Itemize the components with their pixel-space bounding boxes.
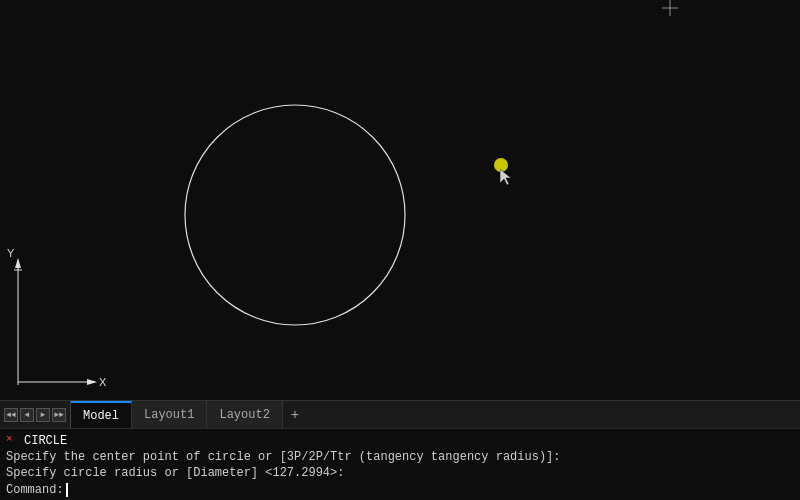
tab-nav-prev[interactable]: ◄ [20, 408, 34, 422]
canvas-area[interactable]: Y X [0, 0, 800, 400]
tab-nav-last[interactable]: ►► [52, 408, 66, 422]
svg-marker-3 [15, 258, 21, 268]
cmd-line2: Specify circle radius or [Diameter] <127… [6, 465, 794, 481]
tab-nav-first[interactable]: ◄◄ [4, 408, 18, 422]
circle-shape [185, 105, 405, 325]
tab-add-button[interactable]: + [283, 401, 307, 428]
svg-text:Y: Y [7, 247, 15, 259]
tab-nav-next[interactable]: ► [36, 408, 50, 422]
svg-marker-4 [87, 379, 97, 385]
command-input-line: Command: [6, 483, 794, 497]
tab-layout1-label: Layout1 [144, 408, 194, 422]
command-input[interactable] [66, 483, 266, 497]
command-area: × CIRCLE Specify the center point of cir… [0, 428, 800, 500]
tab-layout2-label: Layout2 [219, 408, 269, 422]
tab-nav-controls: ◄◄ ◄ ► ►► [0, 401, 71, 428]
cmd-line1: Specify the center point of circle or [3… [6, 449, 794, 465]
tab-layout2[interactable]: Layout2 [207, 401, 282, 428]
canvas-svg: Y X [0, 0, 800, 400]
cmd-close-button[interactable]: × [6, 433, 20, 447]
command-prompt-label: Command: [6, 483, 64, 497]
svg-text:X: X [99, 376, 107, 388]
tab-model-label: Model [83, 409, 119, 423]
tab-bar: ◄◄ ◄ ► ►► Model Layout1 Layout2 + [0, 400, 800, 428]
cmd-header-text: CIRCLE [24, 433, 67, 449]
cmd-header-line: × CIRCLE [6, 433, 794, 449]
tab-layout1[interactable]: Layout1 [132, 401, 207, 428]
tab-model[interactable]: Model [71, 401, 132, 428]
